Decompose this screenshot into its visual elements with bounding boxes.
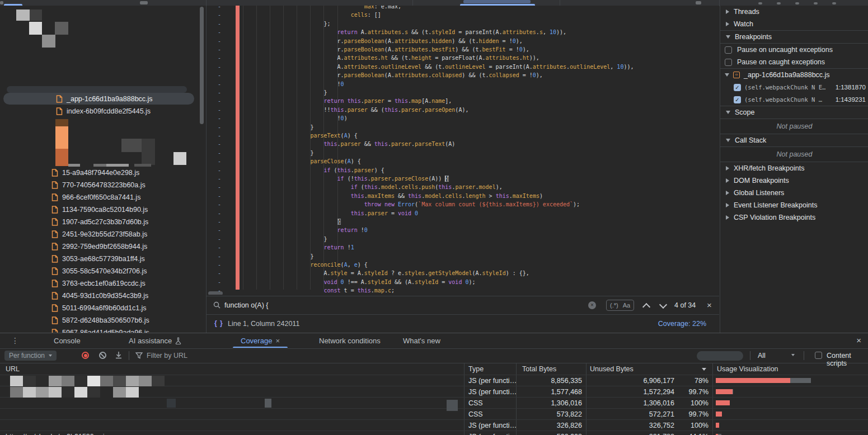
file-item[interactable]: 770-740564783223b60a.js <box>51 179 146 191</box>
export-download-icon[interactable] <box>115 351 123 359</box>
file-item[interactable]: 1907-ad5c27c3b3b7d60b.js <box>51 216 148 228</box>
horizontal-scrollbar[interactable] <box>208 291 223 295</box>
filter-by-url-input[interactable]: Filter by URL <box>147 352 187 360</box>
find-close-icon[interactable]: × <box>707 300 712 310</box>
code-line: parseClose(A) { <box>207 157 719 166</box>
regex-toggle[interactable]: (.*) <box>610 302 618 309</box>
code-token: parseOpen <box>425 107 455 113</box>
code-token: ) { <box>358 262 368 268</box>
pretty-print-icon[interactable]: { } <box>214 319 223 327</box>
coverage-table: URLTypeTotal BytesUnused BytesUsage Visu… <box>0 363 868 435</box>
redaction-block <box>23 387 36 398</box>
file-name: _app-1c66d1ba9a888bcc.js <box>67 95 153 103</box>
column-header-type[interactable]: Type <box>468 365 484 373</box>
sidebar-section-dom-breakpoints[interactable]: DOM Breakpoints <box>720 174 868 187</box>
tab-label: Network conditions <box>319 337 381 345</box>
code-token: , <box>348 262 354 268</box>
find-previous-icon[interactable] <box>642 303 650 311</box>
coverage-type-filter-select[interactable]: All <box>758 352 766 360</box>
breakpoint-entry[interactable]: ✓(self.webpackChunk_N_E…1:1381870 <box>720 81 868 93</box>
breakpoint-location[interactable]: 1:1381870 <box>836 84 866 91</box>
cell-url-partial[interactable]: https://…/chunks/…9b91530….js <box>6 433 108 435</box>
pause-exceptions-row: Pause on uncaught exceptions <box>720 43 868 56</box>
sidebar-section-scope[interactable]: Scope <box>720 106 868 119</box>
column-header-total-bytes[interactable]: Total Bytes <box>522 365 556 373</box>
file-item[interactable]: 15-a9a48f7944e0e298.js <box>51 167 139 179</box>
file-item[interactable]: 3053-ae68c57739ba1ff4.js <box>51 253 145 265</box>
breakpoint-entry[interactable]: ✓(self.webpackChunk_N_…1:1439231 <box>720 93 868 106</box>
navigator-scrollbar[interactable] <box>200 7 204 124</box>
file-item[interactable]: 4045-93d1c0b9d354c3b9.js <box>51 290 148 302</box>
file-item[interactable]: 1134-7590ca8c52014b90.js <box>51 204 148 216</box>
column-header-usage-visualization[interactable]: Usage Visualization <box>717 365 778 373</box>
file-item[interactable]: 5872-d6248ba3506507b6.js <box>51 314 149 327</box>
file-item[interactable]: 3763-ecbc1ef0a619ccdc.js <box>51 277 146 290</box>
breakpoint-location[interactable]: 1:1439231 <box>836 96 866 103</box>
sidebar-section-xhr-fetch-breakpoints[interactable]: XHR/fetch Breakpoints <box>720 162 868 174</box>
code-line: !!this.parser && (this.parser.parseOpen(… <box>207 106 719 114</box>
file-item[interactable]: 5011-6994a6f9b60dd1c1.js <box>51 302 147 314</box>
cell-unused-percent: 100% <box>681 399 709 407</box>
match-case-toggle[interactable]: Aa <box>623 302 630 309</box>
file-item[interactable]: 2451-9e32b55d273f58ab.js <box>51 228 147 240</box>
code-token: ), <box>536 72 543 78</box>
code-token: = parseFloat(A. <box>431 55 485 61</box>
tab-coverage[interactable]: Coverage× <box>241 333 280 348</box>
breakpoint-checkbox[interactable]: ✓ <box>734 96 741 103</box>
redaction-block <box>447 400 458 411</box>
file-item[interactable]: 5967-86ad41dd5b9ada96.js <box>51 327 149 333</box>
more-tabs-icon[interactable]: ⋮ <box>11 336 19 345</box>
sidebar-section-watch[interactable]: Watch <box>720 18 868 30</box>
filter-funnel-icon <box>135 352 143 359</box>
tab-ai-assistance[interactable]: AI assistance <box>129 333 181 348</box>
column-header-unused-bytes[interactable]: Unused Bytes <box>590 365 634 373</box>
drawer-close-icon[interactable]: × <box>856 335 861 345</box>
code-token: this <box>351 210 364 216</box>
strip-icon-fragment <box>777 2 781 4</box>
code-token: outlineLevel <box>381 64 421 70</box>
breakpoint-checkbox[interactable]: ✓ <box>734 84 741 91</box>
exception-checkbox[interactable] <box>725 46 732 54</box>
code-line: this.parser = void 0 <box>207 209 719 218</box>
find-input[interactable] <box>223 301 561 310</box>
exception-checkbox[interactable] <box>725 59 732 66</box>
content-scripts-checkbox[interactable] <box>815 352 822 359</box>
column-divider <box>712 363 713 435</box>
strip-icon-fragment <box>795 2 799 4</box>
tab-network-conditions[interactable]: Network conditions <box>319 333 381 348</box>
sidebar-section-global-listeners[interactable]: Global Listeners <box>720 187 868 199</box>
find-next-icon[interactable] <box>659 301 667 309</box>
file-item[interactable]: 966-6cef0f650c8a7441.js <box>51 191 140 204</box>
column-header-url[interactable]: URL <box>6 365 20 373</box>
redaction-block <box>30 10 42 21</box>
file-item[interactable]: 3055-58c5470e34b2f706.js <box>51 265 147 277</box>
scope-not-paused: Not paused <box>720 119 868 134</box>
code-viewport[interactable]: -max: e.max,-cells: []-};-return A.attri… <box>207 6 719 295</box>
code-line: r.parseBoolean(A.attributes.collapsed) &… <box>207 71 719 79</box>
sidebar-section-event-listener-breakpoints[interactable]: Event Listener Breakpoints <box>720 199 868 211</box>
sidebar-section-call-stack[interactable]: Call Stack <box>720 134 868 146</box>
sidebar-section-csp-violation-breakpoints[interactable]: CSP Violation Breakpoints <box>720 211 868 224</box>
sidebar-section-breakpoints[interactable]: Breakpoints <box>720 30 868 43</box>
file-item[interactable]: index-6b09fcdd8e2f5445.js <box>56 105 151 117</box>
record-coverage-button[interactable] <box>82 352 89 359</box>
code-token: parseClose <box>310 158 344 164</box>
file-icon <box>51 243 58 250</box>
sidebar-section-threads[interactable]: Threads <box>720 6 868 18</box>
file-item[interactable]: 2992-759ed9bf2658b944.js <box>51 240 147 253</box>
tab-console[interactable]: Console <box>54 333 81 348</box>
file-item-selected[interactable]: _app-1c66d1ba9a888bcc.js <box>56 93 153 105</box>
file-navigator-pane: _app-1c66d1ba9a888bcc.js index-6b09fcdd8… <box>0 6 207 333</box>
code-token: 0 <box>341 81 344 87</box>
tab-close-icon[interactable]: × <box>275 337 280 345</box>
code-token: return <box>337 227 358 233</box>
clear-search-icon[interactable]: × <box>588 301 596 309</box>
coverage-link[interactable]: Coverage: 22% <box>658 320 706 328</box>
coverage-mode-select[interactable]: Per function <box>4 351 57 361</box>
tab-what-s-new[interactable]: What's new <box>403 333 440 348</box>
section-label: Global Listeners <box>734 189 784 197</box>
clear-coverage-icon[interactable] <box>99 352 106 359</box>
code-token: attributes <box>395 72 428 78</box>
code-token: if <box>351 184 358 190</box>
breakpoint-file-group[interactable]: ‹›_app-1c66d1ba9a888bcc.js <box>720 68 868 81</box>
